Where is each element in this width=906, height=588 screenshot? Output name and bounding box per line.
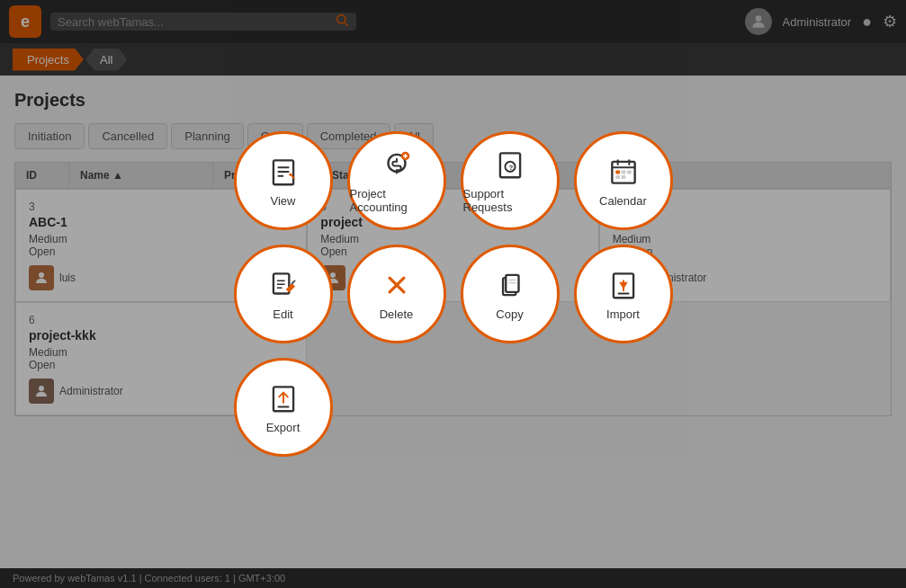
svg-line-30 — [292, 281, 294, 283]
svg-text:?: ? — [508, 164, 513, 172]
context-import-label: Import — [606, 307, 640, 321]
context-calendar-label: Calendar — [599, 194, 647, 208]
svg-rect-26 — [626, 170, 631, 174]
context-accounting-label: Project Accounting — [350, 187, 444, 214]
context-support-label: Support Requests — [463, 187, 557, 214]
context-copy-button[interactable]: Copy — [461, 245, 560, 343]
context-view-button[interactable]: View — [234, 131, 333, 230]
context-delete-label: Delete — [380, 307, 414, 321]
context-export-button[interactable]: Export — [234, 358, 333, 425]
svg-rect-24 — [615, 170, 620, 174]
context-copy-label: Copy — [496, 307, 523, 321]
context-edit-label: Edit — [273, 307, 292, 321]
context-menu-overlay[interactable]: View Project Accounting ? Support Reques… — [0, 0, 906, 425]
context-view-label: View — [271, 194, 296, 208]
context-export-label: Export — [266, 421, 301, 426]
context-project-accounting-button[interactable]: Project Accounting — [347, 131, 446, 230]
context-import-button[interactable]: Import — [574, 245, 673, 343]
svg-rect-25 — [621, 170, 625, 174]
context-edit-button[interactable]: Edit — [234, 245, 333, 343]
context-calendar-button[interactable]: Calendar — [574, 131, 673, 230]
context-menu: View Project Accounting ? Support Reques… — [234, 131, 673, 425]
context-support-button[interactable]: ? Support Requests — [461, 131, 560, 230]
svg-rect-27 — [615, 174, 620, 178]
svg-rect-28 — [621, 174, 625, 178]
context-delete-button[interactable]: Delete — [347, 245, 446, 343]
